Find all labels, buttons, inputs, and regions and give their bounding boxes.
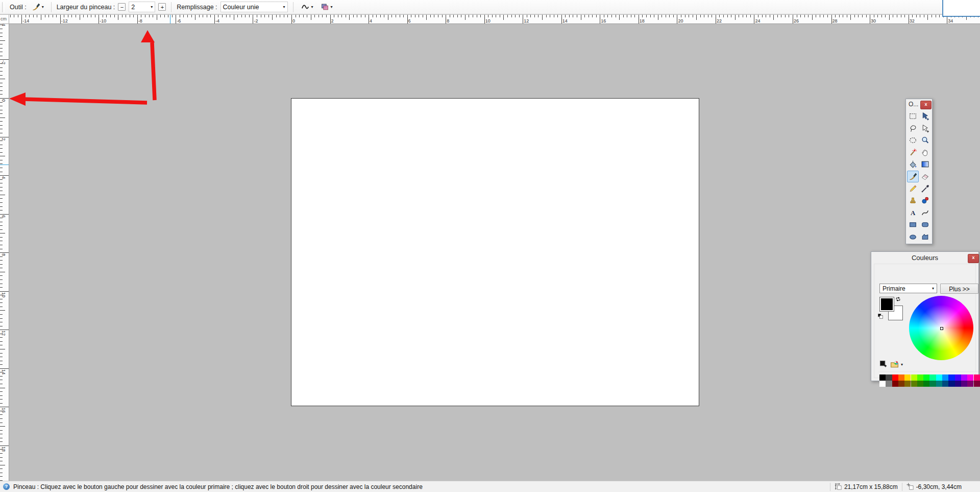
palette-swatch[interactable] [879,374,886,381]
ruler-tick [781,15,781,17]
palette-swatch[interactable] [911,374,917,381]
palette-swatch[interactable] [892,374,898,381]
primary-color-swatch[interactable] [879,297,894,312]
palette-swatch[interactable] [879,381,886,387]
tool-freeform-shape-button[interactable] [919,231,931,243]
ruler-tick [812,15,813,20]
antialiasing-button[interactable]: ▾ [299,1,315,14]
active-image-thumbnail[interactable] [942,0,980,17]
ruler-tick [904,15,905,17]
palette-swatch[interactable] [955,381,961,387]
ruler-tick [554,15,554,17]
tool-eraser-button[interactable] [919,171,931,182]
ruler-tick [0,287,3,288]
tool-magic-wand-button[interactable] [907,147,919,158]
tool-pan-button[interactable] [919,147,931,158]
decrease-brush-width-button[interactable]: − [118,3,126,11]
increase-brush-width-button[interactable]: + [158,3,166,11]
palette-swatch[interactable] [892,381,898,387]
tool-rounded-rectangle-button[interactable] [919,219,931,230]
tool-recolor-button[interactable] [919,195,931,206]
palette-swatch[interactable] [974,374,980,381]
palette-swatch[interactable] [923,381,929,387]
ruler-tick [0,36,3,37]
palette-swatch[interactable] [904,381,911,387]
brush-width-combobox[interactable]: 2 ▾ [129,2,155,12]
tool-pencil-button[interactable] [907,183,919,195]
ruler-tick [719,15,720,17]
tool-rectangle-button[interactable] [907,219,919,230]
ruler-tick [0,453,3,454]
toolbar-grip-handle[interactable] [2,2,5,12]
color-mode-combobox[interactable]: Primaire ▾ [879,284,937,293]
drawing-canvas[interactable] [291,98,699,406]
fill-style-combobox[interactable]: Couleur unie ▾ [220,2,288,12]
palette-swatch[interactable] [942,374,948,381]
palette-swatch[interactable] [917,381,923,387]
tool-move-selection-button[interactable] [919,123,931,134]
more-colors-button[interactable]: Plus >> [940,284,978,294]
tool-line-curve-button[interactable] [919,207,931,219]
palette-swatch[interactable] [904,374,911,381]
tool-paintbrush-button[interactable] [907,171,919,182]
ruler-label: 10 [1,292,6,297]
palette-swatch[interactable] [961,381,967,387]
palette-swatch[interactable] [929,381,936,387]
tool-move-selected-pixels-button[interactable] [919,110,931,122]
swap-colors-icon[interactable] [895,296,901,302]
colors-window-close-button[interactable]: x [968,254,979,263]
palette-swatch[interactable] [967,374,973,381]
ruler-tick [106,15,107,17]
palette-swatch[interactable] [967,381,973,387]
palette-swatch[interactable] [886,374,892,381]
move-selected-pixels-icon [921,112,929,121]
ruler-tick [326,15,327,17]
ruler-tick [0,284,3,284]
palette-swatch[interactable] [955,374,961,381]
palette-swatch[interactable] [974,381,980,387]
ruler-label: 30 [871,19,876,24]
palette-swatch[interactable] [936,381,942,387]
palette-swatch[interactable] [948,374,954,381]
ruler-tick [704,15,704,17]
ruler-label: -12 [61,19,68,24]
ruler-tick [276,15,277,17]
tool-gradient-button[interactable] [919,158,931,170]
tool-clone-stamp-button[interactable] [907,195,919,206]
palette-swatch[interactable] [948,381,954,387]
palette-swatch[interactable] [898,374,904,381]
ruler-tick [912,15,913,17]
palette-menu-button[interactable]: ▾ [890,360,903,369]
tools-window-close-button[interactable]: x [920,101,932,109]
tool-zoom-button[interactable] [919,134,931,146]
palette-swatch[interactable] [942,381,948,387]
tool-text-button[interactable]: A [907,207,919,219]
tool-selector-button[interactable]: ▾ [30,1,46,14]
ruler-tick [762,15,763,17]
ruler-tick [0,376,3,377]
palette-swatch[interactable] [886,381,892,387]
ruler-label: -4 [1,24,6,26]
palette-swatch[interactable] [911,381,917,387]
tool-color-picker-button[interactable] [919,183,931,195]
add-color-to-palette-icon[interactable] [879,360,887,368]
palette-swatch[interactable] [929,374,936,381]
tool-rectangle-select-button[interactable] [907,110,919,122]
palette-swatch[interactable] [898,381,904,387]
ruler-label: 18 [640,19,645,24]
color-wheel-selector[interactable] [940,327,943,330]
default-colors-icon[interactable] [877,313,884,319]
tool-ellipse-select-button[interactable] [907,134,919,146]
tool-lasso-select-button[interactable] [907,123,919,134]
palette-swatch[interactable] [917,374,923,381]
ruler-tick [461,15,461,17]
tool-paint-bucket-button[interactable] [907,158,919,170]
ruler-tick [0,214,9,215]
ruler-tick [149,15,150,17]
palette-swatch[interactable] [923,374,929,381]
palette-swatch[interactable] [936,374,942,381]
tool-ellipse-button[interactable] [907,231,919,243]
palette-swatch[interactable] [961,374,967,381]
ruler-tick [226,15,227,17]
blend-mode-button[interactable]: ▾ [318,1,335,14]
